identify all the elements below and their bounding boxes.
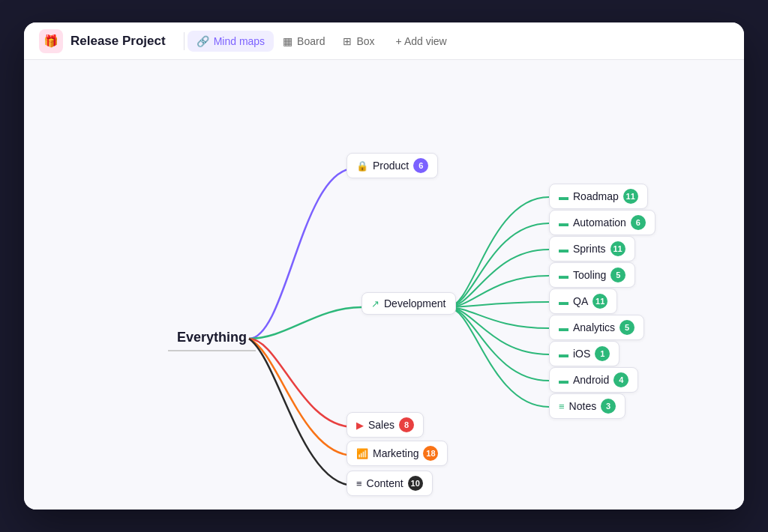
wifi-icon: 📶 — [356, 448, 368, 459]
roadmap-badge: 11 — [623, 189, 638, 204]
automation-node[interactable]: ▬ Automation 6 — [549, 210, 656, 235]
folder-icon-android: ▬ — [559, 375, 568, 386]
folder-icon-sprints: ▬ — [559, 244, 568, 255]
folder-icon-ios: ▬ — [559, 348, 568, 360]
android-node[interactable]: ▬ Android 4 — [549, 367, 638, 393]
folder-icon-automation: ▬ — [559, 217, 568, 229]
folder-icon-roadmap: ▬ — [559, 191, 568, 202]
divider — [184, 32, 184, 50]
notes-node[interactable]: ≡ Notes 3 — [549, 393, 626, 419]
lock-icon: 🔒 — [356, 160, 368, 172]
folder-icon-analytics: ▬ — [559, 322, 568, 333]
mindmap-icon: 🔗 — [196, 35, 209, 47]
project-logo: 🎁 — [39, 29, 63, 53]
qa-badge: 11 — [592, 294, 608, 309]
product-node[interactable]: 🔒 Product 6 — [346, 153, 438, 178]
roadmap-node[interactable]: ▬ Roadmap 11 — [549, 184, 648, 209]
add-view-button[interactable]: + Add view — [387, 31, 456, 52]
sales-icon: ▶ — [356, 420, 364, 431]
sprints-node[interactable]: ▬ Sprints 11 — [549, 236, 635, 262]
list-icon: ≡ — [356, 478, 362, 489]
content-badge: 10 — [408, 476, 423, 491]
ios-badge: 1 — [595, 346, 610, 361]
app-window: 🎁 Release Project 🔗 Mind maps ▦ Board ⊞ … — [24, 22, 744, 510]
list-icon-notes: ≡ — [559, 401, 565, 412]
qa-node[interactable]: ▬ QA 11 — [549, 288, 617, 314]
analytics-badge: 5 — [620, 320, 634, 335]
tooling-node[interactable]: ▬ Tooling 5 — [549, 262, 635, 288]
sales-badge: 8 — [399, 417, 414, 432]
folder-icon-qa: ▬ — [559, 296, 568, 307]
folder-icon-tooling: ▬ — [559, 270, 568, 281]
automation-badge: 6 — [631, 215, 646, 230]
tab-box[interactable]: ⊞ Box — [334, 31, 383, 52]
titlebar: 🎁 Release Project 🔗 Mind maps ▦ Board ⊞ … — [24, 22, 744, 60]
marketing-node[interactable]: 📶 Marketing 18 — [346, 441, 448, 466]
root-node: Everything — [168, 325, 256, 351]
sprints-badge: 11 — [610, 241, 626, 256]
android-badge: 4 — [614, 372, 628, 387]
sales-node[interactable]: ▶ Sales 8 — [346, 412, 424, 438]
tooling-badge: 5 — [610, 267, 626, 282]
notes-badge: 3 — [601, 399, 616, 414]
tab-mindmaps[interactable]: 🔗 Mind maps — [188, 31, 274, 52]
content-node[interactable]: ≡ Content 10 — [346, 471, 433, 496]
board-icon: ▦ — [283, 35, 292, 47]
analytics-node[interactable]: ▬ Analytics 5 — [549, 315, 644, 340]
development-node[interactable]: ↗ Development — [362, 292, 456, 315]
arrow-icon: ↗ — [371, 298, 380, 309]
box-icon: ⊞ — [343, 35, 352, 47]
marketing-badge: 18 — [423, 446, 438, 461]
mindmap-canvas: Everything 🔒 Product 6 ↗ Development ▶ S… — [24, 60, 744, 510]
ios-node[interactable]: ▬ iOS 1 — [549, 341, 620, 366]
product-badge: 6 — [413, 158, 428, 173]
project-title: Release Project — [70, 34, 166, 49]
tab-board[interactable]: ▦ Board — [274, 31, 334, 52]
